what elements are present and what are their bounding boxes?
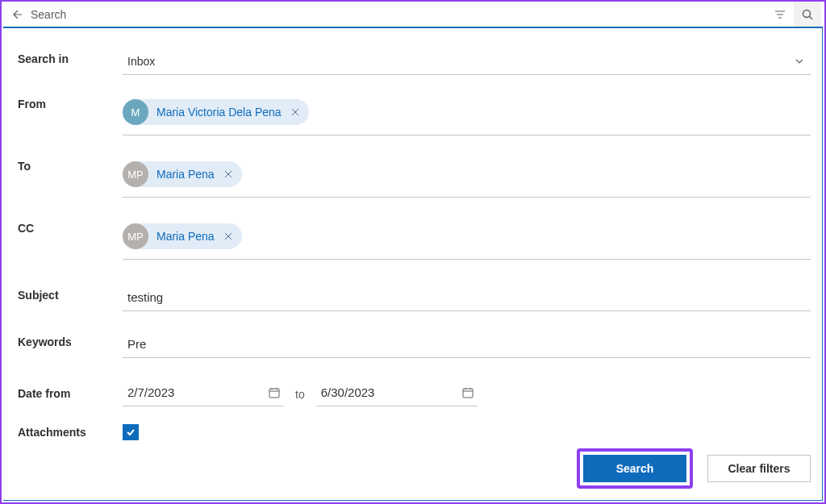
search-icon (801, 8, 814, 21)
person-chip: MP Maria Pena (123, 223, 242, 249)
row-from: From M Maria Victoria Dela Pena (18, 93, 811, 135)
app-frame: Search Search in Inbox From M (0, 0, 826, 504)
calendar-icon[interactable] (268, 386, 281, 399)
footer-actions: Search Clear filters (577, 448, 811, 489)
date-from-input[interactable]: 2/7/2023 (123, 382, 284, 406)
filter-button[interactable] (766, 2, 794, 27)
avatar: MP (123, 161, 148, 187)
close-icon (224, 232, 232, 240)
label-from: From (18, 93, 123, 110)
date-to-input[interactable]: 6/30/2023 (316, 382, 478, 406)
date-from-value: 2/7/2023 (127, 385, 174, 399)
row-search-in: Search in Inbox (18, 48, 811, 75)
clear-filters-button[interactable]: Clear filters (707, 455, 811, 482)
row-keywords: Keywords (18, 331, 811, 358)
person-chip: MP Maria Pena (123, 161, 242, 187)
label-subject: Subject (18, 284, 123, 302)
label-date-from: Date from (18, 382, 123, 400)
search-in-dropdown[interactable]: Inbox (123, 48, 811, 75)
avatar: MP (123, 223, 148, 249)
chip-remove[interactable] (223, 232, 234, 240)
label-to: To (18, 155, 123, 173)
attachments-checkbox[interactable] (123, 424, 139, 440)
from-field[interactable]: M Maria Victoria Dela Pena (123, 93, 811, 135)
chip-remove[interactable] (290, 108, 301, 116)
label-date-to: to (295, 388, 305, 401)
avatar: M (123, 99, 148, 125)
close-icon (291, 108, 299, 116)
topbar-right (766, 2, 821, 27)
row-attachments: Attachments (18, 421, 811, 440)
cc-field[interactable]: MP Maria Pena (123, 217, 811, 260)
keywords-field-wrap (123, 331, 811, 358)
chip-name: Maria Pena (156, 168, 215, 181)
search-highlight: Search (577, 448, 693, 489)
label-search-in: Search in (18, 48, 123, 65)
chevron-down-icon (795, 56, 804, 66)
keywords-input[interactable] (123, 334, 811, 354)
subject-field-wrap (123, 284, 811, 311)
label-keywords: Keywords (18, 331, 123, 348)
chip-remove[interactable] (223, 170, 234, 178)
row-date: Date from 2/7/2023 to 6/30/2023 (18, 382, 811, 406)
arrow-left-icon (10, 8, 23, 21)
to-field[interactable]: MP Maria Pena (123, 155, 811, 198)
close-icon (224, 170, 232, 178)
back-button[interactable] (5, 8, 27, 21)
search-panel: Search in Inbox From M Maria Victoria De… (3, 27, 823, 501)
svg-rect-2 (463, 389, 473, 398)
filter-icon (774, 8, 786, 21)
label-attachments: Attachments (18, 421, 123, 439)
date-to-value: 6/30/2023 (321, 385, 375, 399)
person-chip: M Maria Victoria Dela Pena (123, 99, 309, 125)
row-cc: CC MP Maria Pena (18, 217, 811, 260)
chip-name: Maria Pena (156, 230, 215, 243)
page-title: Search (31, 8, 66, 21)
row-subject: Subject (18, 284, 811, 311)
svg-rect-1 (269, 389, 279, 398)
subject-input[interactable] (123, 287, 811, 307)
search-in-value: Inbox (123, 55, 155, 68)
attachments-checkbox-wrap (123, 421, 139, 440)
check-icon (125, 427, 136, 438)
topbar: Search (2, 2, 824, 27)
calendar-icon[interactable] (461, 386, 474, 399)
search-icon-button[interactable] (794, 2, 821, 27)
label-cc: CC (18, 217, 123, 235)
search-button[interactable]: Search (583, 455, 686, 482)
date-range-wrap: 2/7/2023 to 6/30/2023 (123, 382, 478, 406)
chip-name: Maria Victoria Dela Pena (156, 106, 282, 119)
row-to: To MP Maria Pena (18, 155, 811, 198)
svg-point-0 (803, 10, 811, 17)
